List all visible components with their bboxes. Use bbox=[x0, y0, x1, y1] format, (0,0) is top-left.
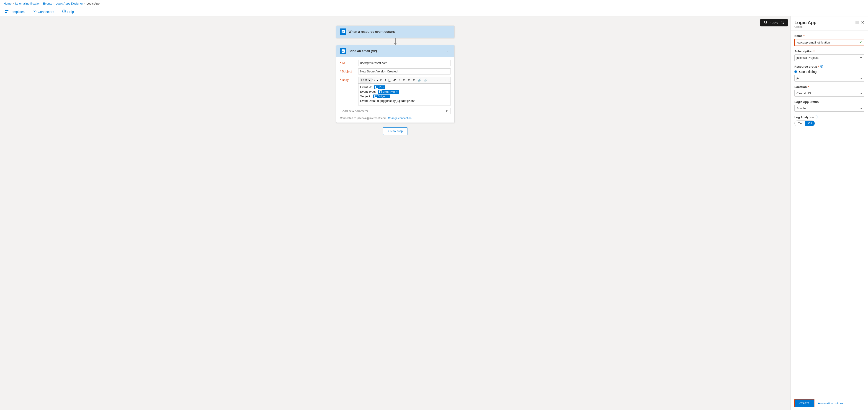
panel-title: Logic App bbox=[795, 20, 816, 25]
link-button[interactable]: 🔗 bbox=[417, 78, 422, 82]
unlink-button[interactable]: 🔗 bbox=[423, 78, 428, 82]
color-button[interactable]: 🖊 bbox=[392, 78, 397, 82]
editor-content[interactable]: Event Id: ID × bbox=[358, 83, 451, 105]
use-existing-option: Use existing bbox=[795, 70, 864, 73]
event-id-line: Event Id: ID × bbox=[360, 86, 449, 89]
add-param-button[interactable]: Add new parameter ▼ bbox=[340, 108, 451, 114]
bold-button[interactable]: B bbox=[379, 78, 383, 82]
name-label-text: Name bbox=[795, 34, 802, 38]
help-label: Help bbox=[67, 10, 74, 14]
breadcrumb-home[interactable]: Home bbox=[4, 2, 11, 5]
id-tag-remove[interactable]: × bbox=[382, 86, 384, 89]
add-param-label: Add new parameter bbox=[342, 109, 368, 113]
new-step-label: + New step bbox=[388, 129, 403, 133]
toolbar: Templates Connectors ? Help bbox=[0, 7, 868, 17]
italic-button[interactable]: I bbox=[384, 78, 386, 82]
location-select[interactable]: Central US bbox=[795, 90, 864, 97]
status-select[interactable]: Enabled bbox=[795, 105, 864, 112]
change-connection-link[interactable]: Change connection. bbox=[388, 117, 412, 120]
subscription-select[interactable]: jalichwa Projects bbox=[795, 55, 864, 61]
body-editor: Font 12 ▼ B I U 🖊 ≡ ⊟ ⊞ bbox=[358, 77, 451, 105]
canvas-area: 100% When a resource event occurs ··· bbox=[0, 17, 790, 410]
bullet-list-button[interactable]: ≡ bbox=[398, 78, 401, 82]
status-field-group: Logic App Status Enabled bbox=[795, 100, 864, 112]
new-step-button[interactable]: + New step bbox=[383, 127, 407, 135]
font-select[interactable]: Font bbox=[360, 78, 371, 83]
workflow: When a resource event occurs ··· Send an… bbox=[0, 17, 790, 144]
id-tag-label: ID bbox=[379, 86, 381, 89]
subscription-label-text: Subscription bbox=[795, 50, 812, 53]
svg-point-4 bbox=[33, 11, 34, 12]
subject-input[interactable] bbox=[358, 68, 451, 74]
rg-select[interactable]: ji-rg bbox=[795, 75, 864, 82]
panel-subtitle: Create bbox=[795, 25, 816, 29]
svg-rect-1 bbox=[7, 10, 8, 11]
svg-rect-21 bbox=[376, 86, 378, 88]
breadcrumb-events[interactable]: kv-emailnotification - Events bbox=[15, 2, 52, 5]
zoom-level: 100% bbox=[770, 21, 778, 25]
name-field-group: Name * ✓ bbox=[795, 34, 864, 46]
create-button[interactable]: Create bbox=[795, 399, 814, 407]
id-tag: ID × bbox=[374, 86, 385, 89]
breadcrumb-designer[interactable]: Logic Apps Designer bbox=[56, 2, 83, 5]
event-type-tag-label: Event Type bbox=[383, 90, 395, 93]
chevron-down-icon: ▼ bbox=[445, 109, 448, 113]
templates-label: Templates bbox=[10, 10, 25, 14]
zoom-out-button[interactable] bbox=[763, 21, 768, 25]
log-analytics-info-icon: ⓘ bbox=[815, 115, 817, 119]
log-off-option[interactable]: Off bbox=[805, 121, 815, 126]
trigger-more-button[interactable]: ··· bbox=[447, 29, 451, 34]
editor-toolbar: Font 12 ▼ B I U 🖊 ≡ ⊟ ⊞ bbox=[358, 77, 451, 83]
subject-label: Subject bbox=[340, 68, 358, 73]
help-button[interactable]: ? Help bbox=[61, 9, 75, 15]
action-body: To Subject Body Font bbox=[336, 57, 455, 123]
align-button[interactable]: ⊟ bbox=[412, 78, 416, 82]
event-type-tag-remove[interactable]: × bbox=[396, 91, 398, 93]
name-field-label: Name * bbox=[795, 34, 864, 38]
font-size-display: 12 bbox=[372, 78, 375, 82]
indent-button[interactable]: ⊞ bbox=[407, 78, 411, 82]
zoom-in-button[interactable] bbox=[780, 21, 785, 25]
tag-icon bbox=[375, 86, 378, 89]
panel-header: Logic App Create ⬜ ✕ bbox=[791, 17, 868, 31]
trigger-title: When a resource event occurs bbox=[349, 30, 445, 33]
automation-options-link[interactable]: Automation options bbox=[818, 402, 843, 405]
name-input[interactable] bbox=[795, 39, 857, 45]
to-label: To bbox=[340, 60, 358, 65]
trigger-header: When a resource event occurs ··· bbox=[336, 26, 455, 38]
subject-row: Subject bbox=[340, 68, 451, 74]
event-type-tag: Event Type × bbox=[378, 90, 399, 94]
name-input-wrapper: ✓ bbox=[795, 39, 864, 46]
number-list-button[interactable]: ⊟ bbox=[402, 78, 406, 82]
svg-rect-0 bbox=[5, 10, 7, 11]
status-field-label: Logic App Status bbox=[795, 100, 864, 104]
body-row: Body Font 12 ▼ B I U 🖊 bbox=[340, 77, 451, 105]
chevron-down-icon: ▼ bbox=[376, 79, 378, 82]
restore-button[interactable]: ⬜ bbox=[854, 21, 860, 24]
subject-tag-remove[interactable]: × bbox=[387, 95, 389, 98]
subscription-required-mark: * bbox=[813, 50, 814, 53]
subscription-field-group: Subscription * jalichwa Projects bbox=[795, 50, 864, 61]
panel-footer: Create Automation options bbox=[791, 396, 868, 410]
to-input[interactable] bbox=[358, 60, 451, 66]
svg-rect-23 bbox=[375, 95, 377, 97]
breadcrumb: Home › kv-emailnotification - Events › L… bbox=[0, 0, 868, 7]
log-on-option[interactable]: On bbox=[795, 121, 805, 126]
templates-button[interactable]: Templates bbox=[4, 9, 26, 15]
subscription-field-label: Subscription * bbox=[795, 50, 864, 53]
zoom-controls: 100% bbox=[760, 19, 788, 26]
svg-line-13 bbox=[783, 23, 784, 24]
subject-tag-label: Subject bbox=[378, 95, 386, 98]
action-more-button[interactable]: ··· bbox=[447, 49, 451, 54]
panel-header-actions: ⬜ ✕ bbox=[854, 20, 864, 25]
use-existing-radio[interactable] bbox=[795, 70, 797, 73]
svg-rect-20 bbox=[342, 50, 345, 53]
connectors-button[interactable]: Connectors bbox=[31, 9, 56, 15]
status-label-text: Logic App Status bbox=[795, 100, 818, 104]
subject-tag: Subject × bbox=[373, 95, 390, 98]
svg-rect-3 bbox=[7, 11, 8, 12]
underline-button[interactable]: U bbox=[388, 78, 392, 82]
connectors-label: Connectors bbox=[38, 10, 54, 14]
close-button[interactable]: ✕ bbox=[861, 20, 864, 25]
trigger-card: When a resource event occurs ··· bbox=[336, 26, 455, 38]
